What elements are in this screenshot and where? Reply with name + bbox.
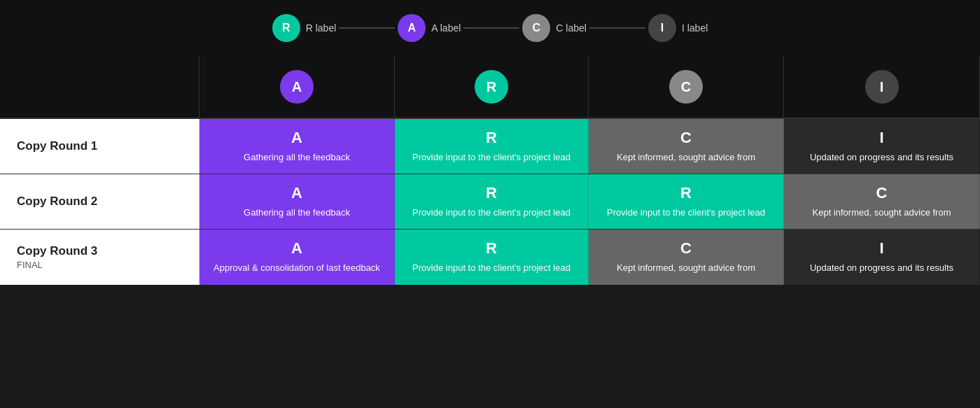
cell-letter: A (291, 239, 302, 258)
legend-avatar-c: C (522, 14, 550, 42)
legend-label-c: C label (556, 22, 587, 34)
legend-label-i: I label (682, 22, 708, 34)
cell-text: Updated on progress and its results (810, 262, 953, 274)
cell-letter: I (879, 239, 883, 258)
header-col-c: C (589, 56, 784, 118)
cell-row2-col4: C Kept informed, sought advice from (784, 174, 980, 229)
cell-row3-col3: C Kept informed, sought advice from (589, 230, 784, 284)
legend-label-r: R label (306, 22, 337, 34)
cell-letter: C (680, 129, 692, 147)
legend-connector-2 (463, 27, 519, 29)
cell-text: Kept informed, sought advice from (617, 151, 755, 164)
row-label-sub-3: FINAL (17, 260, 43, 270)
cell-row1-col3: C Kept informed, sought advice from (589, 119, 784, 174)
row-label-main-3: Copy Round 3 (17, 244, 97, 258)
cell-letter: C (680, 239, 692, 258)
cell-letter: R (680, 184, 692, 202)
cell-letter: I (879, 129, 883, 147)
cell-row1-col2: R Provide input to the client's project … (395, 119, 589, 174)
cell-letter: R (486, 184, 497, 202)
header-col-i: I (784, 56, 980, 118)
legend-avatar-i: I (648, 14, 676, 42)
cell-text: Gathering all the feedback (244, 151, 350, 164)
row-label-cell-1: Copy Round 1 (0, 119, 200, 174)
header-avatar-c: C (669, 70, 703, 104)
header-row: A R C I (0, 56, 980, 119)
cell-text: Provide input to the client's project le… (412, 262, 570, 274)
cell-row1-col1: A Gathering all the feedback (200, 119, 395, 174)
cell-text: Gathering all the feedback (244, 206, 350, 219)
row-label-main-2: Copy Round 2 (17, 195, 97, 209)
cell-letter: R (486, 129, 497, 147)
cell-letter: A (291, 129, 302, 147)
cell-row2-col1: A Gathering all the feedback (200, 174, 395, 229)
cell-letter: R (486, 239, 497, 258)
cell-row2-col2: R Provide input to the client's project … (395, 174, 589, 229)
row-label-cell-2: Copy Round 2 (0, 174, 200, 229)
cell-letter: A (291, 184, 302, 202)
cell-row3-col2: R Provide input to the client's project … (395, 230, 589, 284)
legend-avatar-a: A (398, 14, 426, 42)
table-row: Copy Round 3 FINAL A Approval & consolid… (0, 230, 980, 284)
cell-text: Kept informed, sought advice from (813, 206, 951, 219)
table-body: Copy Round 1 A Gathering all the feedbac… (0, 119, 980, 285)
table-row: Copy Round 2 A Gathering all the feedbac… (0, 174, 980, 230)
legend-connector-1 (339, 27, 395, 29)
legend-avatar-r: R (272, 14, 300, 42)
cell-letter: C (876, 184, 888, 202)
header-col-a: A (200, 56, 395, 118)
legend-track: R R label A A label C C label I I label (272, 14, 708, 42)
cell-text: Provide input to the client's project le… (412, 206, 570, 219)
row-label-main-1: Copy Round 1 (17, 139, 97, 153)
cell-row2-col3: R Provide input to the client's project … (589, 174, 784, 229)
cell-row1-col4: I Updated on progress and its results (784, 119, 980, 174)
legend-label-a: A label (431, 22, 461, 34)
legend-item-i: I I label (648, 14, 708, 42)
header-avatar-a: A (280, 70, 314, 104)
legend-item-a: A A label (398, 14, 461, 42)
cell-row3-col1: A Approval & consolidation of last feedb… (200, 230, 395, 284)
header-avatar-r: R (475, 70, 508, 104)
header-empty (0, 56, 200, 118)
header-col-r: R (395, 56, 589, 118)
legend-bar: R R label A A label C C label I I label (0, 0, 980, 56)
cell-text: Provide input to the client's project le… (412, 151, 570, 164)
cell-row3-col4: I Updated on progress and its results (784, 230, 980, 284)
cell-text: Provide input to the client's project le… (607, 206, 765, 219)
row-label-cell-3: Copy Round 3 FINAL (0, 230, 200, 284)
legend-connector-3 (589, 27, 645, 29)
cell-text: Kept informed, sought advice from (617, 262, 755, 274)
table-row: Copy Round 1 A Gathering all the feedbac… (0, 119, 980, 174)
header-avatar-i: I (865, 70, 899, 104)
cell-text: Approval & consolidation of last feedbac… (214, 262, 380, 274)
legend-item-c: C C label (522, 14, 587, 42)
cell-text: Updated on progress and its results (810, 151, 953, 164)
legend-item-r: R R label (272, 14, 337, 42)
